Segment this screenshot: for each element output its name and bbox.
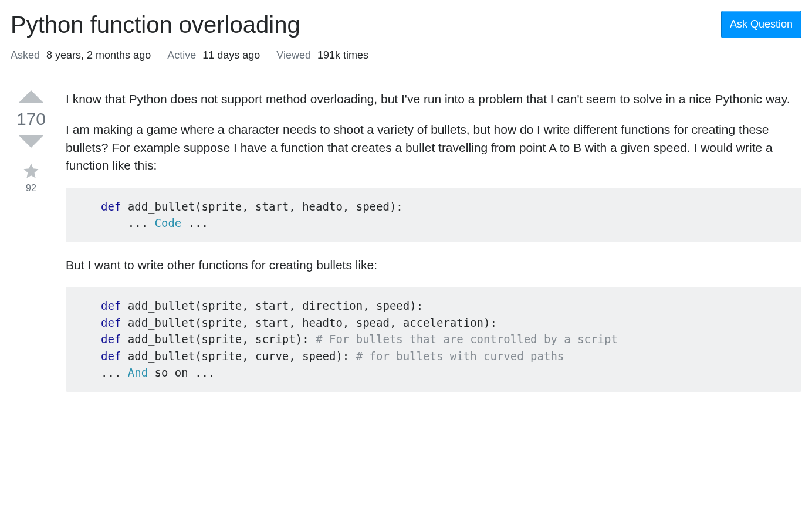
meta-viewed-value: 191k times (317, 49, 368, 61)
meta-asked-label: Asked (11, 49, 40, 61)
meta-asked: Asked 8 years, 2 months ago (11, 49, 151, 62)
question-meta: Asked 8 years, 2 months ago Active 11 da… (11, 49, 801, 70)
code-text: add_bullet(sprite, start, headto, spead,… (121, 316, 497, 329)
vote-count: 170 (16, 109, 46, 129)
ask-question-button[interactable]: Ask Question (721, 11, 801, 38)
meta-viewed: Viewed 191k times (276, 49, 368, 62)
meta-viewed-label: Viewed (276, 49, 311, 61)
paragraph: But I want to write other functions for … (66, 256, 801, 274)
code-keyword: def (101, 316, 121, 329)
code-keyword: def (101, 299, 121, 312)
code-keyword: def (101, 350, 121, 362)
code-keyword: def (101, 333, 121, 345)
code-block: def add_bullet(sprite, start, headto, sp… (66, 188, 801, 242)
meta-active-value: 11 days ago (202, 49, 260, 61)
meta-asked-value: 8 years, 2 months ago (46, 49, 151, 61)
favorite-button[interactable] (22, 162, 40, 179)
code-block: def add_bullet(sprite, start, direction,… (66, 287, 801, 392)
vote-column: 170 92 (11, 90, 52, 406)
upvote-button[interactable] (18, 90, 44, 103)
code-class: Code (155, 216, 182, 229)
question-title: Python function overloading (11, 11, 300, 39)
code-text: add_bullet(sprite, curve, speed): (121, 350, 356, 362)
code-text: add_bullet(sprite, start, headto, speed)… (121, 200, 402, 213)
code-keyword: def (101, 200, 121, 213)
code-comment: # For bullets that are controlled by a s… (316, 333, 618, 345)
paragraph: I am making a game where a character nee… (66, 121, 801, 174)
meta-active: Active 11 days ago (167, 49, 260, 62)
code-class: And (128, 366, 148, 379)
code-text: add_bullet(sprite, script): (121, 333, 316, 345)
paragraph: I know that Python does not support meth… (66, 90, 801, 108)
code-text: so on ... (148, 366, 215, 379)
code-text: ... (181, 216, 208, 229)
star-icon (22, 162, 40, 179)
question-body: I know that Python does not support meth… (66, 90, 801, 406)
code-text: ... (101, 216, 155, 229)
favorite-count: 92 (26, 183, 36, 194)
code-text: ... (101, 366, 128, 379)
meta-active-label: Active (167, 49, 196, 61)
code-text: add_bullet(sprite, start, direction, spe… (121, 299, 423, 312)
code-comment: # for bullets with curved paths (356, 350, 564, 362)
downvote-button[interactable] (18, 135, 44, 148)
